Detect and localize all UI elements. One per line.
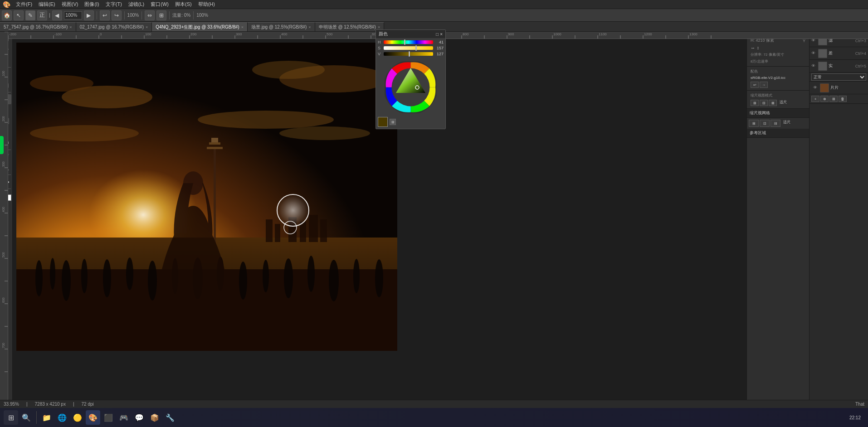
tool-history-back[interactable]: ↩ — [100, 10, 110, 20]
profile-label-row: 配色 — [749, 68, 807, 75]
hue-slider[interactable] — [384, 40, 433, 44]
taskbar-search[interactable]: 🔍 — [19, 410, 34, 425]
tab-5-close[interactable]: × — [378, 25, 380, 29]
layer-add-btn[interactable]: + — [811, 96, 819, 102]
tab-4[interactable]: 场景.jpg @ 12.5%(RGB/8#) × — [248, 22, 315, 31]
profile-name-row: sRGB-elle-V2-g10.icc — [749, 75, 807, 81]
taskbar-chrome[interactable]: 🟡 — [70, 410, 85, 425]
sat-slider[interactable] — [384, 46, 433, 50]
main-toolbar: 🏠 ↖ ✎ 正 | ◀ ▶ ↩ ↪ 100% ⇔ ⊞ 流量: 0% 100% — [0, 9, 868, 22]
status-separator-1: | — [26, 402, 28, 407]
tool-wrap-btn[interactable]: ⊞ — [156, 10, 166, 20]
filesize-info: 8万/总速率 — [751, 59, 768, 64]
hue-thumb[interactable] — [404, 39, 405, 45]
param-ref-header[interactable]: 参考区域 — [747, 129, 809, 138]
menu-item-filter[interactable]: 滤镜(L) — [126, 0, 147, 9]
taskbar-other-2[interactable]: 🔧 — [163, 410, 177, 425]
grid-btn-3[interactable]: ⊠ — [769, 100, 777, 106]
tab-3-close[interactable]: × — [241, 25, 244, 29]
tab-5[interactable]: 申明场景 @ 12.5%(RGB/8#) × — [315, 22, 385, 31]
layer-item-5[interactable]: 👁 实 Ctrl+5 — [809, 60, 868, 73]
layer-5-eye[interactable]: 👁 — [811, 63, 817, 69]
ref-grid-3[interactable]: ⊟ — [770, 120, 780, 127]
menu-item-help[interactable]: 帮助(H) — [195, 0, 218, 9]
taskbar-steam[interactable]: 🎮 — [117, 410, 131, 425]
color-panel-header[interactable]: 颜色 □ × — [376, 30, 445, 38]
sat-thumb[interactable] — [415, 45, 417, 51]
layer-merge-btn[interactable]: ⊞ — [829, 96, 838, 102]
tool-next-btn[interactable]: ▶ — [84, 10, 94, 20]
grid-buttons: ⊞ ⊟ ⊠ 适尺 — [749, 99, 807, 107]
layer-4-eye[interactable]: 👁 — [811, 51, 817, 56]
color-panel-expand[interactable]: □ — [436, 32, 439, 37]
layer-item-4[interactable]: 👁 差 Ctrl+4 — [809, 47, 868, 60]
zoom-input[interactable] — [64, 11, 82, 19]
dpi-row: 分辨率: 72 像素/英寸 — [749, 51, 807, 58]
transform-icon-2[interactable]: ↕ — [757, 45, 759, 50]
image-canvas[interactable] — [16, 43, 397, 351]
val-thumb[interactable] — [409, 51, 410, 57]
blend-mode-select[interactable]: 正常 — [811, 73, 866, 81]
ref-panel-header[interactable]: 缩尺视网格 — [747, 109, 809, 118]
sat-label: S — [378, 46, 382, 50]
ruler-vertical — [0, 32, 8, 400]
color-expand-icon[interactable]: ⊞ — [390, 119, 396, 125]
svg-point-23 — [126, 257, 133, 290]
taskbar-file-manager[interactable]: 📁 — [39, 410, 54, 425]
layer-delete-btn[interactable]: 🗑 — [839, 96, 847, 102]
tool-cursor-btn[interactable]: ↖ — [14, 10, 24, 20]
grid-value: 适尺 — [780, 100, 787, 106]
taskbar-browser[interactable]: 🌐 — [55, 410, 69, 425]
profile-btn-2[interactable]: → — [760, 82, 768, 88]
tab-2[interactable]: 02_1747.jpg @ 16.7%(RGB/8#) × — [76, 22, 152, 31]
tool-home-btn[interactable]: 🏠 — [2, 10, 12, 20]
val-row: V 127 — [378, 52, 444, 56]
menu-item-text[interactable]: 文字(T) — [103, 0, 125, 9]
tool-mirror-btn[interactable]: ⇔ — [145, 10, 155, 20]
tab-1-close[interactable]: × — [69, 25, 72, 29]
menu-item-view[interactable]: 视图(V) — [59, 0, 81, 9]
tab-3[interactable]: Q4NQ_2923+生图.jpg @ 33.6%(RGB/8#) × — [152, 22, 248, 31]
menu-item-window[interactable]: 窗口(W) — [148, 0, 171, 9]
grid-btn-2[interactable]: ⊟ — [760, 100, 768, 106]
menu-item-script[interactable]: 脚本(S) — [172, 0, 195, 9]
grid-btn-1[interactable]: ⊞ — [751, 100, 759, 106]
current-color-swatch[interactable] — [378, 117, 388, 127]
layer-group-thumb — [820, 83, 829, 92]
profile-btn-1[interactable]: ↩ — [751, 82, 759, 88]
transform-icon-1[interactable]: ↔ — [751, 45, 755, 50]
menu-item-file[interactable]: 文件(F) — [13, 0, 35, 9]
color-panel-close[interactable]: × — [440, 32, 443, 37]
layer-5-name: 实 — [829, 63, 854, 69]
taskbar-other-1[interactable]: 📦 — [147, 410, 162, 425]
color-wheel-svg[interactable] — [385, 61, 437, 113]
toolbar-sep-3 — [141, 11, 142, 19]
layer-filter-btn[interactable]: ⊗ — [820, 96, 829, 102]
taskbar-discord[interactable]: 💬 — [132, 410, 146, 425]
tab-3-label: Q4NQ_2923+生图.jpg @ 33.6%(RGB/8#) — [156, 24, 239, 30]
ref-grid-1[interactable]: ⊞ — [749, 120, 759, 127]
tool-prev-btn[interactable]: ◀ — [52, 10, 62, 20]
svg-rect-12 — [275, 224, 280, 242]
windows-taskbar: ⊞ 🔍 📁 🌐 🟡 🎨 ⬛ 🎮 💬 📦 🔧 22:12 — [0, 408, 868, 427]
layer-group[interactable]: 👁 片片 — [809, 82, 868, 94]
tab-4-close[interactable]: × — [308, 25, 311, 29]
svg-rect-39 — [209, 142, 220, 145]
y-label: Y — [803, 39, 805, 43]
val-slider[interactable] — [384, 52, 433, 56]
tool-history-fwd[interactable]: ↪ — [112, 10, 122, 20]
svg-point-7 — [198, 111, 334, 129]
menu-item-edit[interactable]: 编辑(E) — [36, 0, 58, 9]
svg-rect-37 — [214, 147, 216, 247]
tab-2-close[interactable]: × — [146, 25, 148, 29]
taskbar-start-btn[interactable]: ⊞ — [4, 410, 18, 425]
ref-grid-2[interactable]: ⊡ — [760, 120, 770, 127]
layer-group-eye[interactable]: 👁 — [813, 85, 819, 91]
svg-point-21 — [81, 259, 88, 293]
tool-brush-btn[interactable]: ✎ — [25, 10, 35, 20]
tab-1[interactable]: 57_7547.jpg @ 16.7%(RGB/8#) × — [0, 22, 76, 31]
taskbar-krita[interactable]: 🎨 — [86, 410, 100, 425]
tool-blend-btn[interactable]: 正 — [37, 10, 47, 20]
menu-item-image[interactable]: 图像(I) — [82, 0, 102, 9]
taskbar-terminal[interactable]: ⬛ — [101, 410, 116, 425]
